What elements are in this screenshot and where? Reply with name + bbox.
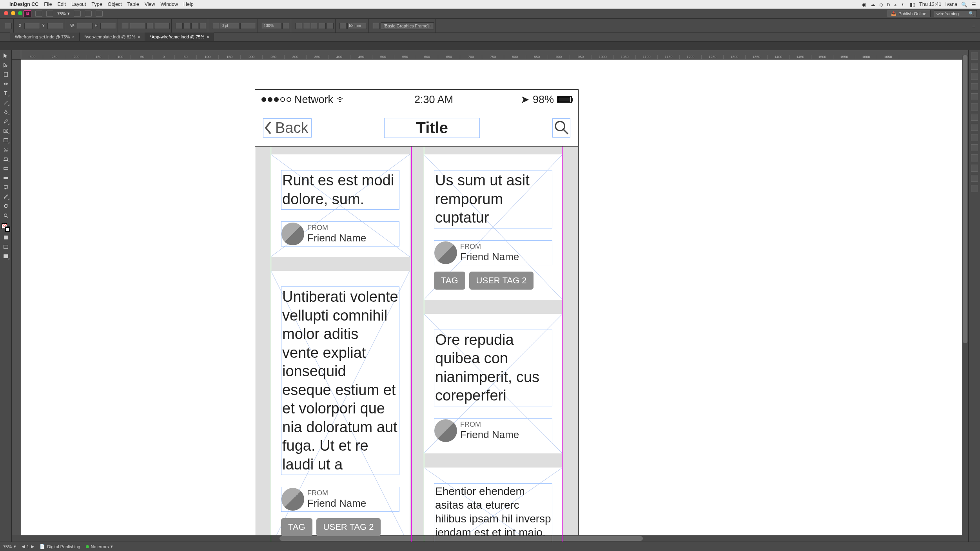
- menu-view[interactable]: View: [145, 2, 155, 7]
- fill-swatch[interactable]: [212, 23, 219, 29]
- object-style-dropdown[interactable]: [Basic Graphics Frame]+: [381, 22, 434, 29]
- dropbox-icon[interactable]: ◇: [879, 2, 883, 7]
- tag-chip[interactable]: TAG: [281, 518, 312, 536]
- wifi-icon[interactable]: ᯤ: [901, 2, 906, 7]
- notification-center-icon[interactable]: ☰: [971, 2, 976, 7]
- object-style-icon[interactable]: [373, 23, 380, 29]
- close-icon[interactable]: ×: [138, 35, 140, 39]
- doc-tab[interactable]: *web-template.indt @ 82%×: [80, 33, 145, 41]
- window-minimize[interactable]: [11, 11, 15, 15]
- apply-color-icon[interactable]: [2, 234, 10, 241]
- w-field[interactable]: [77, 23, 93, 29]
- feed-card[interactable]: Untiberati volente vellupti comnihil mol…: [271, 271, 410, 542]
- rectangle-tool-icon[interactable]: [2, 136, 10, 144]
- stroke-panel-icon[interactable]: [971, 83, 978, 90]
- note-tool-icon[interactable]: [2, 183, 10, 191]
- gradient-swatch-tool-icon[interactable]: [2, 165, 10, 172]
- evernote-icon[interactable]: ◉: [862, 2, 866, 7]
- eyedropper-tool-icon[interactable]: [2, 193, 10, 201]
- status-page[interactable]: ◀ 1 ▶: [22, 544, 34, 549]
- text-wrap-bbox-icon[interactable]: [303, 23, 310, 29]
- doc-tab[interactable]: *App-wireframe.indd @ 75%×: [145, 33, 214, 41]
- battery-icon[interactable]: ▮▯: [910, 2, 915, 7]
- color-panel-icon[interactable]: [971, 93, 978, 100]
- paragraph-styles-panel-icon[interactable]: [971, 124, 978, 131]
- opacity-field[interactable]: 100%: [262, 23, 281, 29]
- scissors-tool-icon[interactable]: [2, 146, 10, 154]
- bridge-button[interactable]: [35, 11, 42, 17]
- type-tool-icon[interactable]: T: [2, 89, 10, 97]
- feed-card[interactable]: Runt es est modi dolore, sum. FROMFriend…: [271, 154, 410, 257]
- window-close[interactable]: [4, 11, 8, 15]
- text-wrap-none-icon[interactable]: [295, 23, 302, 29]
- effects-icon[interactable]: [282, 23, 289, 29]
- menu-table[interactable]: Table: [127, 2, 139, 7]
- character-styles-panel-icon[interactable]: [971, 134, 978, 141]
- feed-card[interactable]: Us sum ut asit remporum cuptatur FROMFri…: [424, 154, 563, 300]
- cc-cloud-icon[interactable]: ⟁: [894, 2, 897, 7]
- effects-panel-icon[interactable]: [971, 154, 978, 161]
- align-panel-icon[interactable]: [971, 165, 978, 172]
- control-bar-menu-icon[interactable]: ≡: [972, 23, 977, 29]
- menu-help[interactable]: Help: [183, 2, 194, 7]
- workspace-switcher[interactable]: wireframing 🔍: [934, 10, 977, 17]
- swatches-panel-icon[interactable]: [971, 103, 978, 111]
- page-tool-icon[interactable]: [2, 71, 10, 78]
- stock-button[interactable]: [46, 11, 53, 17]
- object-styles-panel-icon[interactable]: [971, 144, 978, 151]
- scale-y-field[interactable]: [154, 23, 170, 29]
- feed-card[interactable]: Ehentior ehendem asitas ata eturerc hili…: [424, 468, 563, 542]
- arrange-docs[interactable]: [96, 11, 103, 17]
- vertical-ruler[interactable]: [12, 60, 21, 542]
- stroke-weight-field[interactable]: 0 pt: [220, 23, 240, 29]
- behance-icon[interactable]: b: [887, 2, 890, 7]
- h-field[interactable]: [100, 23, 116, 29]
- gradient-feather-tool-icon[interactable]: [2, 174, 10, 182]
- y-field[interactable]: [47, 23, 63, 29]
- menubar-app-name[interactable]: InDesign CC: [9, 2, 38, 7]
- scale-x-field[interactable]: [130, 23, 145, 29]
- vertical-scrollbar[interactable]: [962, 55, 968, 535]
- line-tool-icon[interactable]: [2, 99, 10, 107]
- pen-tool-icon[interactable]: [2, 108, 10, 116]
- mobile-artboard[interactable]: Network ᯤ 2:30 AM ➤ 98% Back Title: [255, 89, 579, 542]
- fit-field[interactable]: 53 mm: [347, 23, 367, 29]
- flip-h-icon[interactable]: [191, 23, 198, 29]
- horizontal-ruler[interactable]: -300-250-200-150-100-5005010015020025030…: [21, 50, 968, 60]
- zoom-level[interactable]: 75% ▾: [57, 11, 70, 16]
- direct-selection-tool-icon[interactable]: [2, 61, 10, 69]
- screen-mode[interactable]: [85, 11, 92, 17]
- pencil-tool-icon[interactable]: [2, 118, 10, 125]
- status-zoom[interactable]: 75% ▾: [3, 544, 16, 549]
- view-mode-normal-icon[interactable]: [2, 243, 10, 251]
- menu-object[interactable]: Object: [108, 2, 122, 7]
- gap-tool-icon[interactable]: [2, 80, 10, 88]
- x-field[interactable]: [24, 23, 40, 29]
- cloud-icon[interactable]: ☁: [870, 2, 875, 7]
- text-wrap-shape-icon[interactable]: [311, 23, 318, 29]
- menu-window[interactable]: Window: [161, 2, 178, 7]
- window-maximize[interactable]: [18, 11, 22, 15]
- view-mode-preview-icon[interactable]: [2, 252, 10, 260]
- close-icon[interactable]: ×: [72, 35, 74, 39]
- hand-tool-icon[interactable]: [2, 202, 10, 210]
- publish-online-button[interactable]: 📤 Publish Online: [887, 10, 931, 17]
- tag-chip[interactable]: USER TAG 2: [469, 272, 534, 290]
- canvas-pasteboard[interactable]: -300-250-200-150-100-5005010015020025030…: [12, 50, 968, 542]
- layers-panel-icon[interactable]: [971, 63, 978, 70]
- tag-chip[interactable]: TAG: [434, 272, 465, 290]
- selection-tool-icon[interactable]: [2, 52, 10, 60]
- corner-options-icon[interactable]: [339, 23, 347, 29]
- menu-type[interactable]: Type: [92, 2, 102, 7]
- view-options[interactable]: [74, 11, 81, 17]
- doc-tab[interactable]: Wireframing set.indd @ 75%×: [10, 33, 80, 41]
- pages-panel-icon[interactable]: [971, 53, 978, 60]
- feed-card[interactable]: Ore repudia quibea con nianimperit, cus …: [424, 314, 563, 453]
- pathfinder-panel-icon[interactable]: [971, 175, 978, 182]
- stroke-style-dropdown[interactable]: [240, 23, 256, 29]
- menubar-user[interactable]: Ivana: [945, 2, 957, 7]
- zoom-tool-icon[interactable]: [2, 212, 10, 219]
- ruler-origin[interactable]: [12, 50, 21, 60]
- rotate-ccw-icon[interactable]: [183, 23, 191, 29]
- rectangle-frame-tool-icon[interactable]: [2, 127, 10, 135]
